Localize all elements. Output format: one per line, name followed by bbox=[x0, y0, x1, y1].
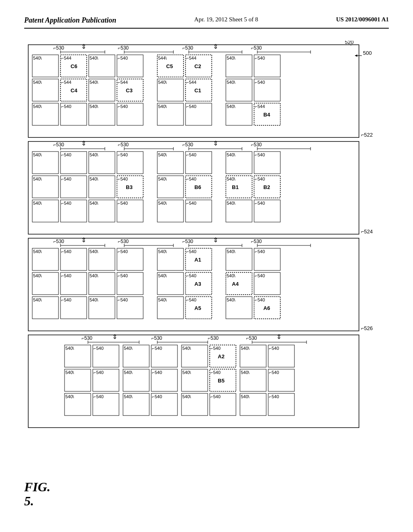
svg-text:⌐540: ⌐540 bbox=[118, 177, 128, 181]
svg-text:540\: 540\ bbox=[33, 273, 42, 278]
svg-text:⌐540: ⌐540 bbox=[61, 201, 71, 206]
label-C4: C4 bbox=[71, 87, 77, 94]
svg-text:⌐540: ⌐540 bbox=[269, 370, 279, 375]
label-B2: B2 bbox=[263, 184, 270, 190]
svg-text:⌐540: ⌐540 bbox=[152, 370, 162, 375]
col2-label-530-g4: ⌐530 bbox=[151, 335, 162, 341]
svg-text:540\: 540\ bbox=[33, 177, 42, 181]
svg-text:540\: 540\ bbox=[227, 177, 236, 181]
svg-text:540\: 540\ bbox=[124, 370, 133, 375]
svg-text:540\: 540\ bbox=[65, 394, 74, 399]
cell-label-540-r3c3b: ⌐540 bbox=[186, 104, 196, 109]
cell-label-544-r3c4b: ⌐544 bbox=[255, 104, 265, 109]
col3-label-530-g3: ⌐530 bbox=[182, 239, 193, 244]
col2-label-530-g2: ⌐530 bbox=[118, 142, 129, 148]
cell-label-540-r2c4b: ⌐540 bbox=[255, 80, 265, 85]
svg-text:⌐540: ⌐540 bbox=[152, 346, 162, 351]
svg-text:540\: 540\ bbox=[227, 273, 236, 278]
cell-label-544-r2c2b: ⌐544 bbox=[118, 80, 128, 85]
label-A1: A1 bbox=[194, 257, 201, 263]
svg-text:⌐540: ⌐540 bbox=[152, 394, 162, 399]
col4-label-530-g3: ⌐530 bbox=[251, 239, 262, 244]
cell-label-540-r2c4a: 540\ bbox=[227, 80, 236, 85]
svg-text:540\: 540\ bbox=[33, 201, 42, 206]
svg-text:⌐540: ⌐540 bbox=[186, 177, 196, 181]
fig-line1: FIG. bbox=[24, 480, 50, 494]
header-left-text: Patent Application Publication bbox=[24, 16, 116, 25]
label-A6: A6 bbox=[263, 305, 270, 311]
svg-text:540\: 540\ bbox=[158, 152, 167, 157]
svg-text:⌐540: ⌐540 bbox=[61, 297, 71, 302]
svg-text:540\: 540\ bbox=[90, 201, 98, 206]
patent-page: Patent Application Publication Apr. 19, … bbox=[0, 0, 413, 532]
svg-text:⌐540: ⌐540 bbox=[186, 249, 196, 254]
svg-text:540\: 540\ bbox=[124, 394, 133, 399]
label-B6: B6 bbox=[194, 184, 201, 190]
cell-label-540-r1c1a: 540\ bbox=[33, 56, 42, 60]
main-diagram-svg: 520 500 ⌐530 ⌐530 ⌐530 ⌐530 ⇕ ⇕ bbox=[24, 41, 389, 516]
arrow-col12-g1: ⇕ bbox=[81, 43, 86, 50]
label-526: ⌐526 bbox=[361, 325, 373, 331]
cell-label-540-r1c2a: 540\ bbox=[90, 56, 98, 60]
svg-text:⌐540: ⌐540 bbox=[94, 346, 104, 351]
label-A4: A4 bbox=[232, 281, 239, 287]
svg-text:⌐540: ⌐540 bbox=[269, 394, 279, 399]
label-B4: B4 bbox=[263, 112, 270, 118]
cell-label-540-r1c4a: 540\ bbox=[227, 56, 236, 60]
col3-label-530-g2: ⌐530 bbox=[182, 142, 193, 148]
svg-text:⌐540: ⌐540 bbox=[211, 370, 221, 375]
svg-text:⌐540: ⌐540 bbox=[255, 152, 265, 157]
svg-text:⌐540: ⌐540 bbox=[118, 249, 128, 254]
svg-text:⌐540: ⌐540 bbox=[255, 249, 265, 254]
svg-text:540\: 540\ bbox=[158, 249, 167, 254]
label-B5: B5 bbox=[218, 378, 225, 384]
label-520: 520 bbox=[345, 41, 354, 45]
col2-label-530-g3: ⌐530 bbox=[118, 239, 129, 244]
svg-text:540\: 540\ bbox=[90, 297, 98, 302]
cell-label-540-r2c2a: 540\ bbox=[90, 80, 98, 85]
label-524: ⌐524 bbox=[361, 229, 373, 235]
svg-text:⌐540: ⌐540 bbox=[255, 273, 265, 278]
svg-text:540\: 540\ bbox=[90, 177, 98, 181]
svg-text:540\: 540\ bbox=[158, 273, 167, 278]
svg-text:⌐540: ⌐540 bbox=[255, 177, 265, 181]
svg-text:⌐540: ⌐540 bbox=[186, 273, 196, 278]
page-header: Patent Application Publication Apr. 19, … bbox=[24, 16, 389, 29]
svg-text:540\: 540\ bbox=[33, 152, 42, 157]
svg-rect-162 bbox=[28, 335, 359, 428]
svg-text:⌐540: ⌐540 bbox=[118, 297, 128, 302]
svg-text:⌐540: ⌐540 bbox=[61, 249, 71, 254]
label-A2: A2 bbox=[218, 353, 225, 360]
cell-label-544-r2c1b: ⌐544 bbox=[61, 80, 71, 85]
label-B3: B3 bbox=[126, 184, 133, 190]
col4-label-530-g2: ⌐530 bbox=[251, 142, 262, 148]
arrow-col34-g4: ⇕ bbox=[276, 333, 282, 340]
svg-text:⌐540: ⌐540 bbox=[118, 201, 128, 206]
header-center-text: Apr. 19, 2012 Sheet 5 of 8 bbox=[194, 16, 258, 23]
cell-label-544-r1c3c: ⌐544 bbox=[186, 56, 196, 60]
fig-line2: 5. bbox=[24, 494, 50, 508]
col2-label-530-g1: ⌐530 bbox=[118, 45, 129, 51]
svg-text:⌐540: ⌐540 bbox=[269, 346, 279, 351]
cell-label-540-r2c3a: 540\ bbox=[158, 80, 167, 85]
col4-label-530-g4: ⌐530 bbox=[246, 335, 257, 341]
header-right-text: US 2012/0096001 A1 bbox=[336, 16, 389, 23]
svg-text:⌐540: ⌐540 bbox=[255, 201, 265, 206]
svg-text:540\: 540\ bbox=[65, 370, 74, 375]
svg-text:540\: 540\ bbox=[90, 273, 98, 278]
svg-text:540\: 540\ bbox=[158, 297, 167, 302]
cell-label-540-r3c1b: ⌐540 bbox=[61, 104, 71, 109]
svg-text:540\: 540\ bbox=[241, 346, 250, 351]
label-C5: C5 bbox=[166, 63, 173, 69]
svg-text:⌐540: ⌐540 bbox=[255, 297, 265, 302]
svg-text:540\: 540\ bbox=[227, 201, 236, 206]
svg-text:540\: 540\ bbox=[241, 394, 250, 399]
cell-label-544-r1c3a: 544\ bbox=[158, 56, 167, 60]
svg-text:540\: 540\ bbox=[227, 249, 236, 254]
svg-text:⌐540: ⌐540 bbox=[186, 297, 196, 302]
svg-text:540\: 540\ bbox=[33, 297, 42, 302]
arrow-col34-g1: ⇕ bbox=[213, 43, 218, 50]
arrow-col34-g2: ⇕ bbox=[213, 140, 218, 147]
label-B1: B1 bbox=[232, 184, 239, 190]
svg-text:540\: 540\ bbox=[227, 297, 236, 302]
